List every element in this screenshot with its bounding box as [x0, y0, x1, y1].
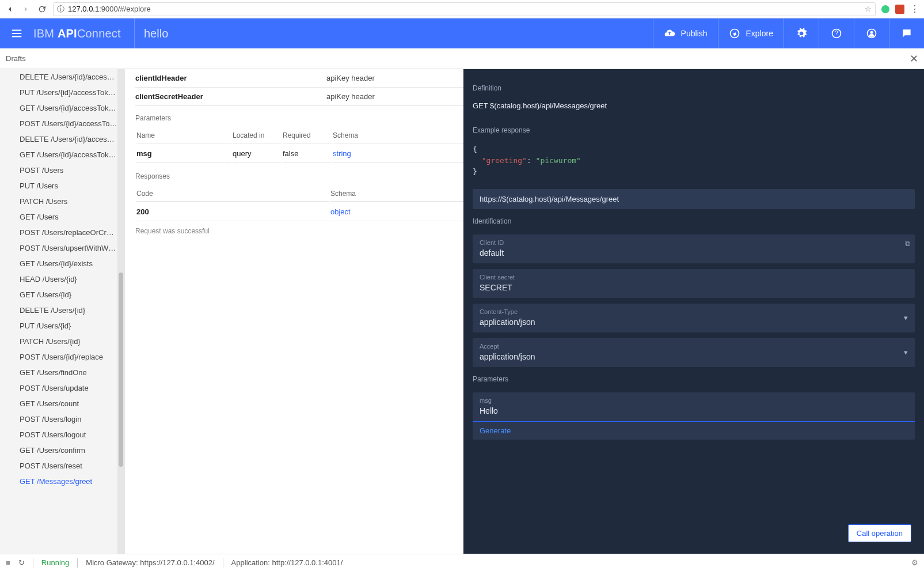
sidebar: DELETE /Users/{id}/accessT...PUT /Users/… [0, 69, 124, 554]
browser-chrome: ⓘ 127.0.0.1:9000/#/explore ☆ ⋮ [0, 0, 924, 18]
accept-field[interactable]: Accept application/json ▾ [473, 338, 915, 367]
explore-button[interactable]: Explore [718, 18, 784, 48]
kebab-icon[interactable]: ⋮ [910, 3, 919, 14]
url-rest: :9000/#/explore [99, 5, 151, 13]
sidebar-item[interactable]: DELETE /Users/{id}/accessT... [2, 69, 124, 85]
schema-link[interactable]: object [330, 207, 351, 216]
star-icon[interactable]: ☆ [865, 5, 872, 13]
main-panes: DELETE /Users/{id}/accessT...PUT /Users/… [0, 69, 924, 554]
footer-bar: ■ ↻ Running Micro Gateway: https://127.0… [0, 554, 924, 571]
sidebar-item[interactable]: POST /Users/{id}/replace [2, 349, 124, 365]
sidebar-item[interactable]: PUT /Users/{id}/accessToken... [2, 85, 124, 100]
sidebar-item[interactable]: HEAD /Users/{id} [2, 271, 124, 287]
parameters-table: Name Located in Required Schema msg quer… [135, 127, 463, 164]
sidebar-item[interactable]: POST /Users/update [2, 380, 124, 396]
definition-text: GET $(catalog.host)/api/Messages/greet [473, 101, 915, 110]
app-header: IBM API Connect hello Publish Explore ? [0, 18, 924, 48]
stop-icon[interactable]: ■ [6, 558, 10, 567]
footer-gear-icon[interactable]: ⚙ [911, 558, 918, 567]
sidebar-item[interactable]: POST /Users/login [2, 411, 124, 427]
sidebar-item[interactable]: POST /Users/upsertWithWhe... [2, 240, 124, 256]
extension-dot-icon[interactable] [881, 5, 889, 13]
close-icon[interactable]: ✕ [910, 52, 918, 65]
sidebar-item[interactable]: GET /Messages/greet [2, 474, 124, 489]
client-secret-field[interactable]: Client secret SECRET [473, 269, 915, 298]
msg-input[interactable] [480, 406, 908, 415]
sidebar-item[interactable]: POST /Users/reset [2, 458, 124, 474]
refresh-icon[interactable]: ↻ [18, 558, 25, 567]
content-type-field[interactable]: Content-Type application/json ▾ [473, 304, 915, 332]
call-operation-button[interactable]: Call operation [848, 524, 911, 542]
sidebar-item[interactable]: POST /Users/logout [2, 427, 124, 443]
url-host: 127.0.0.1 [68, 5, 99, 13]
identification-label: Identification [473, 217, 915, 225]
reload-icon[interactable] [37, 4, 47, 14]
brand-title: IBM API Connect [33, 18, 135, 48]
sidebar-item[interactable]: DELETE /Users/{id} [2, 302, 124, 318]
help-icon[interactable]: ? [819, 18, 854, 48]
extension-badge-icon[interactable] [895, 5, 904, 14]
chevron-down-icon: ▾ [897, 313, 915, 322]
settings-icon[interactable] [784, 18, 819, 48]
sidebar-item[interactable]: GET /Users/{id}/accessTokens [2, 100, 124, 116]
sidebar-item[interactable]: PUT /Users/{id} [2, 318, 124, 334]
sidebar-item[interactable]: GET /Users/count [2, 396, 124, 411]
sidebar-item[interactable]: GET /Users/confirm [2, 443, 124, 458]
sidebar-item[interactable]: GET /Users/findOne [2, 365, 124, 380]
status-running: Running [41, 558, 69, 567]
schema-link[interactable]: string [333, 149, 351, 158]
example-label: Example response [473, 126, 915, 134]
chevron-down-icon: ▾ [897, 348, 915, 357]
svg-text:?: ? [835, 30, 838, 36]
svg-point-4 [870, 31, 873, 34]
definition-label: Definition [473, 84, 915, 92]
middle-panel: clientIdHeader apiKey header clientSecre… [124, 69, 463, 554]
micro-gateway-label: Micro Gateway: https://127.0.0.1:4002/ [86, 558, 214, 567]
sidebar-item[interactable]: GET /Users/{id}/exists [2, 256, 124, 271]
back-icon[interactable] [5, 4, 15, 14]
sidebar-item[interactable]: POST /Users/{id}/accessTok... [2, 116, 124, 131]
application-label: Application: http://127.0.0.1:4001/ [231, 558, 343, 567]
responses-table: Code Schema 200 object [135, 185, 463, 222]
sidebar-item[interactable]: GET /Users/{id} [2, 287, 124, 302]
sidebar-item[interactable]: DELETE /Users/{id}/accessT... [2, 131, 124, 147]
chat-icon[interactable] [889, 18, 924, 48]
example-code: { "greeting": "picwurom" } [473, 143, 915, 177]
sidebar-item[interactable]: PUT /Users [2, 178, 124, 194]
url-box: https://$(catalog.host)/api/Messages/gre… [473, 189, 915, 209]
address-bar[interactable]: ⓘ 127.0.0.1:9000/#/explore ☆ [53, 2, 876, 16]
sidebar-item[interactable]: POST /Users [2, 162, 124, 178]
sidebar-item[interactable]: PATCH /Users/{id} [2, 334, 124, 349]
sidebar-scrollbar[interactable] [117, 69, 124, 554]
sidebar-item[interactable]: GET /Users/{id}/accessToken... [2, 147, 124, 162]
tab-drafts[interactable]: Drafts [6, 54, 26, 63]
sidebar-item[interactable]: POST /Users/replaceOrCreate [2, 225, 124, 240]
publish-button[interactable]: Publish [653, 18, 718, 48]
copy-icon[interactable]: ⧉ [905, 239, 910, 248]
page-title: hello [135, 27, 177, 40]
security-row: clientSecretHeader apiKey header [135, 88, 463, 106]
response-desc: Request was successful [135, 222, 463, 235]
right-parameters-label: Parameters [473, 375, 915, 383]
responses-label: Responses [135, 164, 463, 185]
account-icon[interactable] [854, 18, 889, 48]
msg-field-wrap: msg Generate [473, 392, 915, 440]
client-id-field[interactable]: Client ID default ⧉ [473, 235, 915, 263]
hamburger-icon[interactable] [0, 27, 33, 40]
generate-link[interactable]: Generate [473, 422, 518, 440]
sidebar-item[interactable]: PATCH /Users [2, 194, 124, 209]
sidebar-item[interactable]: GET /Users [2, 209, 124, 225]
tabs-row: Drafts ✕ [0, 48, 924, 69]
parameters-label: Parameters [135, 106, 463, 127]
security-row: clientIdHeader apiKey header [135, 69, 463, 88]
right-panel: Definition GET $(catalog.host)/api/Messa… [463, 69, 924, 554]
forward-icon[interactable] [21, 4, 31, 14]
